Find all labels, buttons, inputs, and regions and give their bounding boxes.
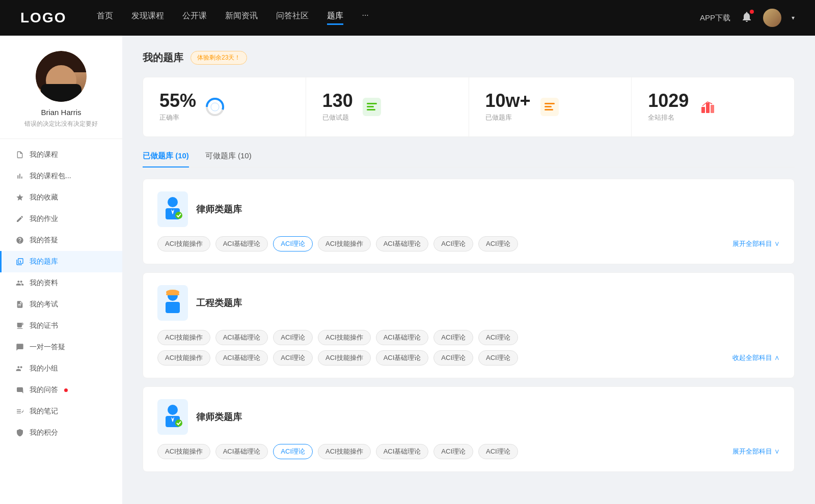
tag-item[interactable]: ACI理论 [478,330,518,345]
tag-item[interactable]: ACI技能操作 [318,350,371,366]
sidebar-item-homework[interactable]: 我的作业 [0,208,122,230]
nav-home[interactable]: 首页 [97,11,113,25]
nav-open-course[interactable]: 公开课 [182,11,207,25]
tag-item[interactable]: ACI理论 [433,350,473,366]
notification-dot [750,10,754,14]
engineer-bank-icon [157,285,188,321]
tag-item[interactable]: ACI技能操作 [318,444,371,459]
star-icon [15,193,24,202]
nav-news[interactable]: 新闻资讯 [225,11,258,25]
bank-card-engineer: 工程类题库 ACI技能操作 ACI基础理论 ACI理论 ACI技能操作 ACI基… [143,272,795,378]
tag-item[interactable]: ACI基础理论 [376,350,429,366]
sidebar-item-favorites[interactable]: 我的收藏 [0,187,122,208]
stat-site-rank: 1029 全站排名 [632,77,794,136]
svg-rect-9 [545,106,552,107]
nav-discover[interactable]: 发现课程 [131,11,164,25]
sidebar-item-certificate[interactable]: 我的证书 [0,315,122,337]
tag-item[interactable]: ACI技能操作 [157,236,210,251]
tag-item[interactable]: ACI基础理论 [376,236,429,251]
question-icon [15,236,24,245]
tag-item[interactable]: ACI技能操作 [318,330,371,345]
sidebar-item-notes[interactable]: 我的笔记 [0,401,122,422]
file-icon [15,150,24,159]
menu-label-exam: 我的考试 [30,300,58,309]
bar-red-icon [697,96,718,118]
bank-title-lawyer-1: 律师类题库 [196,203,242,215]
stat-value-rate: 55% [159,92,196,110]
sidebar-item-my-qa[interactable]: 我的问答 [0,379,122,401]
sidebar-item-exam[interactable]: 我的考试 [0,294,122,315]
main-layout: Brian Harris 错误的决定比没有决定要好 我的课程 我的课程包... [0,36,815,504]
svg-rect-12 [706,103,710,113]
tag-item[interactable]: ACI理论 [273,330,313,345]
app-download-link[interactable]: APP下载 [700,13,730,23]
list-orange-icon [539,96,560,118]
nav-more[interactable]: ··· [362,11,368,25]
nav-qa[interactable]: 问答社区 [276,11,309,25]
tag-item[interactable]: ACI理论 [478,350,518,366]
stat-label-rate: 正确率 [159,113,196,122]
bar-icon [15,172,24,181]
sidebar-item-bank[interactable]: 我的题库 [0,251,122,272]
tag-item[interactable]: ACI理论 [478,444,518,459]
tabs-row: 已做题库 (10) 可做题库 (10) [143,151,795,167]
collapse-link-engineer[interactable]: 收起全部科目 ∧ [732,353,780,362]
menu-label-certificate: 我的证书 [30,321,58,330]
tag-item[interactable]: ACI技能操作 [157,444,210,459]
tag-item[interactable]: ACI理论 [433,236,473,251]
sidebar-item-course-pack[interactable]: 我的课程包... [0,165,122,187]
svg-rect-6 [367,109,375,110]
tag-item[interactable]: ACI理论 [273,350,313,366]
user-avatar[interactable] [763,9,781,27]
tag-item[interactable]: ACI基础理论 [376,444,429,459]
tag-item[interactable]: ACI基础理论 [215,350,268,366]
bank-tags-lawyer-2: ACI技能操作 ACI基础理论 ACI理论 ACI技能操作 ACI基础理论 AC… [157,444,780,459]
sidebar-menu: 我的课程 我的课程包... 我的收藏 我的作业 [0,139,122,443]
stat-correct-rate: 55% 正确率 [143,77,306,136]
sidebar-item-group[interactable]: 我的小组 [0,358,122,379]
svg-rect-5 [367,106,374,107]
menu-label-profile: 我的资料 [30,278,58,288]
tag-item-active[interactable]: ACI理论 [273,236,313,251]
tag-item[interactable]: ACI技能操作 [157,350,210,366]
profile-avatar-container [36,51,87,102]
user-dropdown-arrow[interactable]: ▾ [792,14,795,21]
tag-item[interactable]: ACI基础理论 [215,444,268,459]
tag-item[interactable]: ACI基础理论 [376,330,429,345]
lawyer-bank-icon-1 [157,191,188,227]
bank-tags-engineer-row1: ACI技能操作 ACI基础理论 ACI理论 ACI技能操作 ACI基础理论 AC… [157,330,780,345]
menu-label-course: 我的课程 [30,150,58,159]
tag-item[interactable]: ACI基础理论 [215,236,268,251]
nav-bank[interactable]: 题库 [327,11,343,25]
sidebar-item-my-course[interactable]: 我的课程 [0,144,122,165]
menu-label-my-qa: 我的问答 [30,385,58,395]
tag-item[interactable]: ACI基础理论 [215,330,268,345]
tab-done-banks[interactable]: 已做题库 (10) [143,151,189,167]
qa-notification-dot [64,388,68,392]
cert-icon [15,321,24,330]
expand-link-lawyer-1[interactable]: 展开全部科目 ∨ [732,239,780,248]
stat-label-questions: 已做试题 [322,113,353,122]
tag-item[interactable]: ACI技能操作 [157,330,210,345]
menu-label-homework: 我的作业 [30,214,58,223]
tab-available-banks[interactable]: 可做题库 (10) [205,151,252,167]
sidebar-item-qa[interactable]: 我的答疑 [0,230,122,251]
sidebar-item-profile[interactable]: 我的资料 [0,272,122,294]
page-title: 我的题库 [143,51,183,65]
svg-point-24 [175,419,182,427]
sidebar-item-points[interactable]: 我的积分 [0,422,122,443]
expand-link-lawyer-2[interactable]: 展开全部科目 ∨ [732,447,780,456]
page-title-row: 我的题库 体验剩余23天！ [143,51,795,65]
tag-item-active[interactable]: ACI理论 [273,444,313,459]
bank-icon [15,257,24,266]
trial-badge: 体验剩余23天！ [191,51,247,65]
tag-item[interactable]: ACI理论 [433,330,473,345]
tag-item[interactable]: ACI技能操作 [318,236,371,251]
stat-done-questions: 130 已做试题 [306,77,469,136]
tag-item[interactable]: ACI理论 [478,236,518,251]
tag-item[interactable]: ACI理论 [433,444,473,459]
bell-icon[interactable] [741,11,753,25]
profile-name: Brian Harris [41,108,81,117]
sidebar-item-1on1[interactable]: 一对一答疑 [0,337,122,358]
bank-card-lawyer-1: 律师类题库 ACI技能操作 ACI基础理论 ACI理论 ACI技能操作 ACI基… [143,179,795,264]
